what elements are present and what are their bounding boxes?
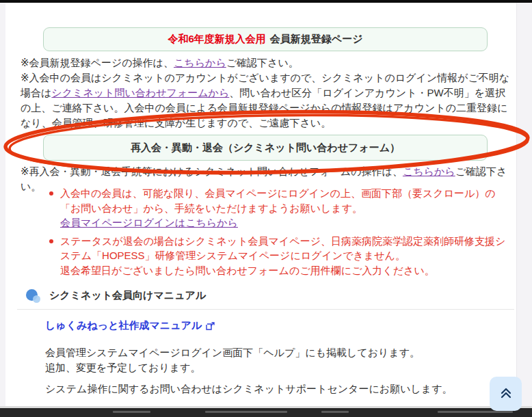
cutoff-text-fragment <box>205 411 287 413</box>
manual-link[interactable]: しゅくみねっと社作成マニュアル <box>45 319 202 332</box>
list-item: 入会中の会員は、可能な限り、会員マイページにログインの上、画面下部（要スクロール… <box>36 186 514 230</box>
support-note-paragraph: システム操作に関するお問い合わせはシクミネットサポートセンターにお願いします。 <box>45 381 496 396</box>
note-text: ※会員新規登録ページの操作は、 <box>21 57 174 68</box>
banner-title-text: 再入会・異動・退会（シクミネット問い合わせフォーム） <box>131 142 400 154</box>
notice-text: 退会希望日がございましたら問い合わせフォームのご用件欄にご入力ください。 <box>60 263 514 278</box>
list-item: ステータスが退会の場合はシクミネット会員マイページ、日病薬病院薬学認定薬剤師研修… <box>36 234 514 278</box>
member-mypage-login-link[interactable]: 会員マイページログインはこちらから <box>60 215 514 230</box>
manual-note-paragraph: 会員管理システムマイページログイン画面下「ヘルプ」にも掲載しております。 追加、… <box>45 345 496 375</box>
rejoin-guide-link[interactable]: こちらから <box>403 165 455 177</box>
blue-dots-icon <box>25 289 42 306</box>
manual-section-header: シクミネット会員向けマニュアル <box>19 287 514 304</box>
page-left-gutter <box>0 3 5 407</box>
notice-text: ステータスが退会の場合はシクミネット会員マイページ、日病薬病院薬学認定薬剤師研修… <box>60 235 505 262</box>
bullet-icon <box>49 239 53 243</box>
section-title: シクミネット会員向けマニュアル <box>49 287 514 304</box>
banner-title-text: 会員新規登録ページ <box>270 33 363 46</box>
cutoff-text-fragment <box>321 411 349 413</box>
section-divider <box>17 309 514 310</box>
manual-note-line: 会員管理システムマイページログイン画面下「ヘルプ」にも掲載しております。 <box>45 345 496 360</box>
double-chevron-up-icon <box>498 386 514 403</box>
manual-note-line: 追加、変更を予定しております。 <box>45 360 496 375</box>
page-right-gutter <box>516 3 532 407</box>
notice-text: 入会中の会員は、可能な限り、会員マイページにログインの上、画面下部（要スクロール… <box>60 187 496 214</box>
bullet-icon <box>49 191 53 196</box>
external-link-icon <box>206 321 215 331</box>
manual-link-row: しゅくみねっと社作成マニュアル <box>45 319 215 332</box>
cutoff-text-fragment <box>438 411 513 413</box>
cutoff-text-fragment <box>113 411 150 413</box>
new-member-registration-banner: 令和6年度新規入会用 会員新規登録ページ <box>43 27 488 51</box>
note-text: ご確認下さい。 <box>226 57 299 68</box>
support-note-line: システム操作に関するお問い合わせはシクミネットサポートセンターにお願いします。 <box>45 381 496 396</box>
rejoin-transfer-withdraw-banner: 再入会・異動・退会（シクミネット問い合わせフォーム） <box>43 135 488 161</box>
note-text: ※再入会・異動・退会手続等におけるシクミネット問い合わせフォームの操作は、 <box>21 165 403 177</box>
current-member-note: ※入会中の会員はシクミネットのアカウントがございますので、シクミネットのログイン… <box>21 70 516 131</box>
registration-guide-link[interactable]: こちらから <box>174 57 226 68</box>
inquiry-form-link[interactable]: シクミネット問い合わせフォームから <box>51 87 229 98</box>
banner-highlight-text: 令和6年度新規入会用 <box>168 33 265 46</box>
important-notices-list: 入会中の会員は、可能な限り、会員マイページにログインの上、画面下部（要スクロール… <box>36 186 514 281</box>
page-top-border <box>0 0 532 3</box>
cutoff-dark-section <box>0 408 532 417</box>
scroll-to-top-button[interactable] <box>490 377 522 411</box>
registration-note: ※会員新規登録ページの操作は、こちらからご確認下さい。 <box>21 55 516 70</box>
